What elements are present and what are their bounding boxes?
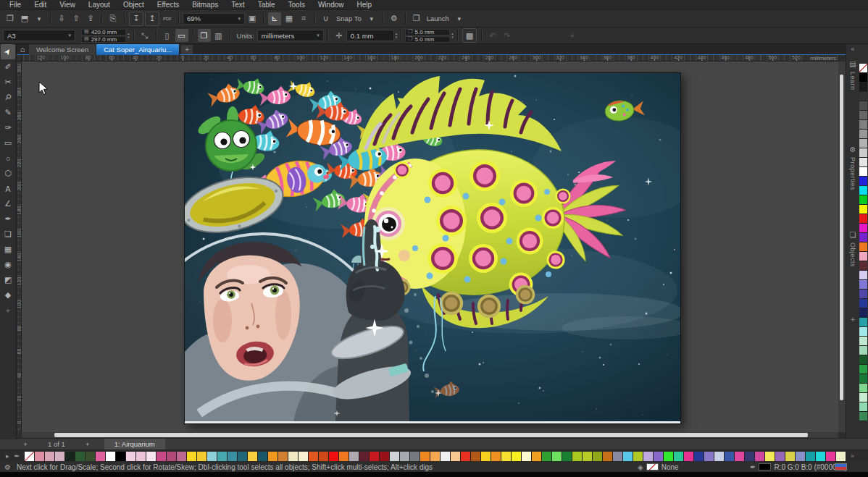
color-swatch[interactable] [623, 452, 633, 461]
color-swatch[interactable] [288, 452, 299, 461]
color-swatch[interactable] [859, 139, 867, 148]
rectangle-tool[interactable]: ▭ [1, 135, 15, 151]
color-swatch[interactable] [197, 452, 207, 461]
page-width-field[interactable]: ▤ 420.0 mm [81, 29, 126, 35]
color-swatch[interactable] [859, 280, 867, 290]
mesh-fill-tool[interactable]: ▦ [1, 242, 15, 257]
color-swatch[interactable] [859, 64, 867, 73]
color-swatch[interactable] [593, 452, 603, 461]
nudge-distance-field[interactable]: 0.1 mm [346, 30, 394, 41]
add-page-button[interactable]: + [19, 440, 32, 448]
color-swatch[interactable] [859, 83, 867, 92]
color-swatch[interactable] [859, 167, 867, 177]
color-swatch[interactable] [146, 452, 157, 461]
color-swatch[interactable] [116, 452, 126, 461]
fill-status[interactable]: ◈ None [638, 463, 679, 471]
color-swatch[interactable] [278, 452, 288, 461]
palette-scroll-icon[interactable]: ▸ [6, 452, 9, 460]
color-swatch[interactable] [836, 452, 846, 461]
page-size-preset-combo[interactable]: A3 ▾ [3, 30, 75, 41]
color-swatch[interactable] [177, 452, 187, 461]
snap-to-label[interactable]: Snap To [336, 14, 362, 22]
dimension-tool[interactable]: ∠ [1, 196, 15, 211]
polygon-tool[interactable]: ⬡ [1, 166, 15, 181]
document-page[interactable] [184, 72, 681, 424]
cloud-upload-icon[interactable]: ⇧ [70, 12, 83, 25]
canvas-area[interactable] [22, 62, 838, 432]
menu-help[interactable]: Help [351, 1, 379, 9]
color-swatch[interactable] [96, 452, 106, 461]
color-swatch[interactable] [583, 452, 593, 461]
color-swatch[interactable] [45, 452, 55, 461]
color-swatch[interactable] [370, 452, 380, 461]
shape-tool[interactable]: ✐ [1, 59, 15, 75]
crop-tool[interactable]: ✂ [1, 75, 15, 90]
ruler-origin-button[interactable] [16, 55, 22, 62]
palette-overflow-icon[interactable]: » [851, 452, 854, 460]
color-swatch[interactable] [859, 402, 867, 412]
show-grid-icon[interactable]: ▦ [283, 12, 296, 25]
color-swatch[interactable] [217, 452, 228, 461]
color-swatch[interactable] [859, 158, 867, 167]
color-swatch[interactable] [430, 452, 441, 461]
color-swatch[interactable] [268, 452, 278, 461]
publish-pdf-icon[interactable]: PDF [161, 12, 174, 25]
color-swatch[interactable] [859, 252, 867, 261]
color-swatch[interactable] [859, 224, 867, 233]
color-swatch[interactable] [826, 452, 836, 461]
color-swatch[interactable] [859, 384, 867, 393]
vertical-scrollbar[interactable] [838, 62, 846, 432]
artistic-media-tool[interactable]: ✑ [1, 120, 15, 135]
smart-fill-tool[interactable]: ◆ [1, 287, 15, 303]
color-swatch[interactable] [859, 205, 867, 214]
outline-status[interactable]: ✒ R:0 G:0 B:0 (#000000) [750, 463, 847, 471]
duplicate-x-field[interactable]: ❒ 5.0 mm [405, 29, 450, 35]
color-swatch[interactable] [258, 452, 268, 461]
nudge-stepper[interactable]: ▴▾ [396, 32, 398, 39]
color-swatch[interactable] [859, 195, 867, 205]
color-swatch[interactable] [491, 452, 501, 461]
color-swatch[interactable] [522, 452, 532, 461]
color-swatch[interactable] [816, 452, 826, 461]
color-swatch[interactable] [775, 452, 785, 461]
zoom-level-combo[interactable]: 69% ▾ [183, 13, 245, 25]
ellipse-tool[interactable]: ○ [1, 151, 15, 166]
color-swatch[interactable] [859, 233, 867, 242]
menu-layout[interactable]: Layout [82, 1, 117, 9]
zoom-tool[interactable]: ⚲ [1, 90, 15, 105]
pen-tool[interactable]: ✒ [1, 211, 15, 227]
color-swatch[interactable] [441, 452, 451, 461]
color-swatch[interactable] [451, 452, 461, 461]
treat-as-filled-icon[interactable]: ▩ [462, 28, 477, 43]
horizontal-scrollbar[interactable] [22, 432, 838, 438]
color-swatch[interactable] [859, 346, 867, 355]
horizontal-scrollbar-thumb[interactable] [54, 433, 808, 437]
color-swatch[interactable] [562, 452, 572, 461]
color-swatch[interactable] [859, 214, 867, 224]
docker-tab-learn[interactable]: ▤Learn [849, 54, 856, 140]
color-swatch[interactable] [859, 177, 867, 186]
color-swatch[interactable] [755, 452, 765, 461]
snap-to-dropdown-icon[interactable]: ▾ [365, 12, 378, 25]
color-swatch[interactable] [359, 452, 370, 461]
open-document-icon[interactable]: ⬒ [18, 12, 31, 25]
docker-tab-properties[interactable]: ⚙Properties [849, 140, 856, 225]
color-proof-icon[interactable] [835, 463, 847, 470]
color-swatch[interactable] [380, 452, 390, 461]
eyedropper-tool[interactable]: ◉ [1, 257, 15, 272]
color-swatch[interactable] [859, 261, 867, 271]
menu-edit[interactable]: Edit [28, 1, 53, 9]
color-swatch[interactable] [471, 452, 481, 461]
cloud-download-icon[interactable]: ⇩ [55, 12, 68, 25]
color-swatch[interactable] [745, 452, 755, 461]
launch-dropdown-icon[interactable]: ▾ [453, 12, 466, 25]
tab-welcome-screen[interactable]: Welcome Screen [29, 44, 96, 55]
color-swatch[interactable] [299, 452, 309, 461]
fullscreen-preview-icon[interactable]: ▣ [246, 12, 259, 25]
share-icon[interactable]: ⇪ [84, 12, 97, 25]
color-swatch[interactable] [684, 452, 694, 461]
export-icon[interactable]: ↥ [145, 12, 159, 26]
page-tab-airquarium[interactable]: 1: Airquarium [104, 439, 165, 450]
tab-document-airquarium[interactable]: Cat Soper_Airquariu... [96, 44, 180, 55]
color-swatch[interactable] [532, 452, 542, 461]
